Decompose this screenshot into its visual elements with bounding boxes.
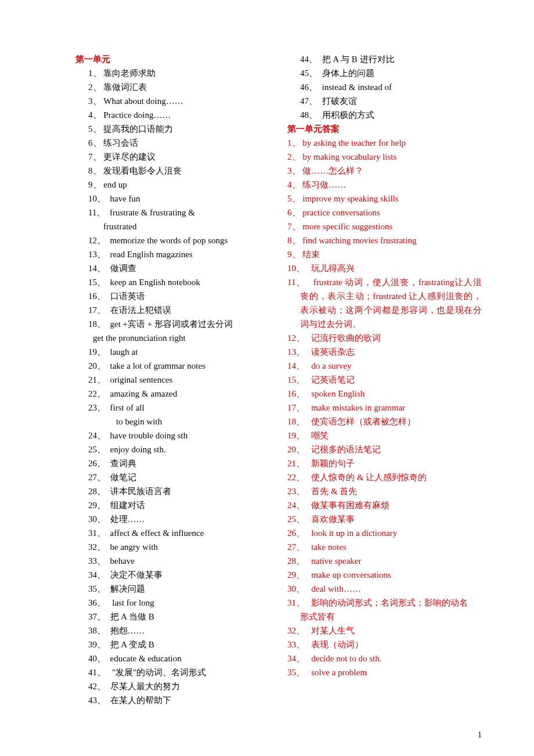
item-text: 练习会话 — [103, 138, 138, 147]
list-item: 37、 把 A 当做 B — [75, 610, 270, 624]
list-item: 33、 behave — [75, 554, 270, 568]
item-text: original sentences — [110, 375, 173, 384]
item-text: 玩儿得高兴 — [311, 264, 355, 273]
list-item: 17、 make mistakes in grammar — [287, 401, 482, 415]
item-text: take a lot of grammar notes — [110, 361, 206, 370]
list-item: 5、 提高我的口语能力 — [75, 122, 270, 136]
answers-heading: 第一单元答案 — [287, 122, 482, 136]
list-item-cont: to begin with — [75, 415, 270, 429]
item-text: 结束 — [302, 250, 320, 259]
item-text: 喜欢做某事 — [311, 514, 355, 524]
item-text: 表现（动词） — [311, 640, 363, 649]
list-item: 6、 practice conversations — [287, 206, 482, 219]
item-text: 读英语杂志 — [311, 347, 355, 357]
item-text: be angry with — [110, 542, 158, 552]
item-text: spoken English — [311, 389, 365, 398]
list-item: 32、 be angry with — [75, 540, 270, 554]
list-item: 38、 抱怨…… — [75, 624, 270, 638]
item-text: 影响的动词形式；名词形式；影响的动名 — [311, 598, 468, 607]
item-text: 抱怨…… — [110, 626, 145, 635]
item-text: 在语法上犯错误 — [110, 305, 171, 315]
list-item: 12、 memorize the words of pop songs — [75, 233, 270, 247]
item-text: solve a problem — [311, 668, 367, 677]
list-item: 4、 Practice doing…… — [75, 108, 270, 122]
item-text: practice conversations — [302, 208, 380, 217]
list-item: 12、 记流行歌曲的歌词 — [287, 331, 482, 345]
list-item: 4、 练习做…… — [287, 178, 482, 192]
list-item: 20、 take a lot of grammar notes — [75, 359, 270, 373]
list-item: 16、 spoken English — [287, 387, 482, 401]
item-text: instead & instead of — [322, 82, 392, 92]
list-item: 18、 get +宾语 + 形容词或者过去分词 — [75, 317, 270, 331]
item-text: 查词典 — [110, 459, 136, 468]
list-item: 14、 do a survey — [287, 359, 482, 373]
list-item: 21、 新颖的句子 — [287, 456, 482, 470]
item-text: memorize the words of pop songs — [110, 236, 228, 245]
item-text: get +宾语 + 形容词或者过去分词 — [110, 319, 233, 329]
list-item: 14、 做调查 — [75, 261, 270, 275]
page: 第一单元 1、 靠向老师求助 2、 靠做词汇表 3、 What about do… — [0, 0, 534, 756]
list-item: 40、 educate & education — [75, 651, 270, 665]
item-text: first of all — [110, 403, 145, 412]
item-text: 用积极的方式 — [322, 110, 374, 120]
item-text: 处理…… — [110, 514, 145, 524]
list-item: 46、 instead & instead of — [287, 80, 482, 94]
list-item: 10、 玩儿得高兴 — [287, 261, 482, 275]
item-text: affect & effect & influence — [110, 528, 204, 538]
item-text: find watching movies frustrating — [302, 236, 416, 245]
item-text: amazing & amazed — [110, 389, 178, 398]
item-text: 做笔记 — [110, 473, 136, 482]
list-item: 33、 表现（动词） — [287, 638, 482, 651]
item-text: do a survey — [311, 361, 351, 370]
list-item: 34、 decide not to do sth. — [287, 651, 482, 665]
list-item: 26、 查词典 — [75, 456, 270, 470]
item-text: get the pronunciation right — [93, 333, 186, 343]
list-item: 2、 靠做词汇表 — [75, 80, 270, 94]
item-text: 身体上的问题 — [322, 69, 374, 78]
item-text: make up conversations — [311, 570, 391, 579]
answers-list: 1、 by asking the teacher for help 2、 by … — [287, 136, 482, 679]
list-item: 3、 What about doing…… — [75, 94, 270, 108]
item-text: 使人惊奇的 & 让人感到惊奇的 — [311, 473, 427, 482]
item-text: 发现看电影令人沮丧 — [103, 166, 182, 175]
list-item: 8、 发现看电影令人沮丧 — [75, 164, 270, 178]
unit1-heading: 第一单元 — [75, 52, 270, 66]
list-item: 26、 look it up in a dictionary — [287, 526, 482, 540]
list-item: 35、 解决问题 — [75, 582, 270, 596]
content-columns: 第一单元 1、 靠向老师求助 2、 靠做词汇表 3、 What about do… — [75, 52, 482, 720]
item-text: laugh at — [110, 347, 138, 357]
list-item: 30、 deal with…… — [287, 582, 482, 596]
list-item: 29、 组建对话 — [75, 498, 270, 512]
item-text: 组建对话 — [110, 501, 145, 510]
item-text: decide not to do sth. — [311, 654, 381, 663]
item-text: look it up in a dictionary — [311, 528, 397, 538]
item-text: have fun — [110, 194, 140, 203]
item-text: 更详尽的建议 — [103, 152, 156, 161]
list-item: 41、 "发展"的动词、名词形式 — [75, 665, 270, 679]
list-item: 23、 first of all — [75, 401, 270, 415]
list-item: 31、 affect & effect & influence — [75, 526, 270, 540]
item-text: end up — [103, 180, 127, 189]
list-item: 13、 读英语杂志 — [287, 345, 482, 359]
list-item: 3、 做……怎么样？ — [287, 164, 482, 178]
item-text: frustrate 动词，使人沮丧，frastrating让人沮丧的，表示主动；… — [300, 278, 482, 329]
item-text: read English magazines — [110, 250, 193, 259]
list-item: 11、 frustrate 动词，使人沮丧，frastrating让人沮丧的，表… — [287, 275, 482, 331]
list-item: 15、 keep an English notebook — [75, 275, 270, 289]
list-item: 25、 enjoy doing sth. — [75, 442, 270, 456]
list-item: 24、 have trouble doing sth — [75, 429, 270, 442]
list-item: 34、 决定不做某事 — [75, 568, 270, 582]
item-text: 做……怎么样？ — [302, 166, 363, 175]
item-text: 靠向老师求助 — [103, 69, 156, 78]
list-item: 28、 讲本民族语言者 — [75, 484, 270, 498]
list-item: 45、 身体上的问题 — [287, 66, 482, 80]
item-text: 记英语笔记 — [311, 375, 355, 384]
item-text: 练习做…… — [302, 180, 346, 189]
item-text: 打破友谊 — [322, 96, 357, 106]
list-item: 21、 original sentences — [75, 373, 270, 387]
item-text: 把 A 当做 B — [110, 612, 154, 621]
list-item: 24、 做某事有困难有麻烦 — [287, 498, 482, 512]
item-text: more specific suggestions — [302, 222, 392, 231]
item-text: 使宾语怎样（或者被怎样） — [311, 417, 416, 426]
list-item: 42、 尽某人最大的努力 — [75, 679, 270, 693]
